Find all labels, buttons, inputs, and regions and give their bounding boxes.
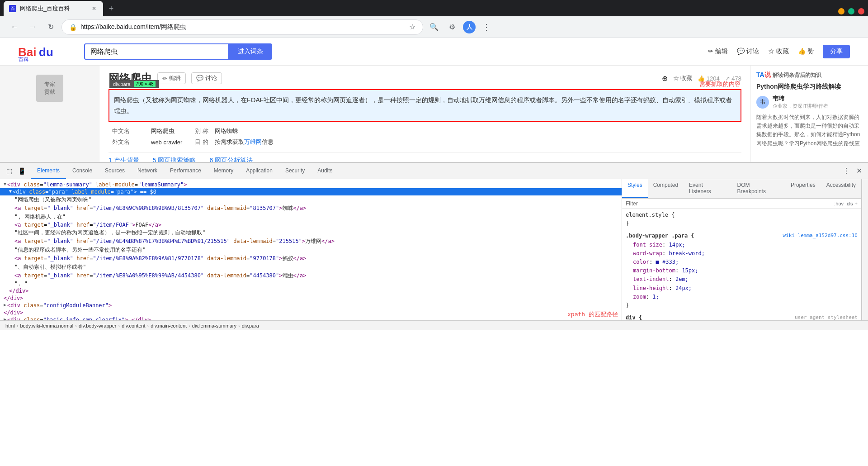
- back-button[interactable]: ←: [7, 20, 22, 34]
- share-button-right[interactable]: 分享: [823, 45, 850, 58]
- more-icon[interactable]: ⋮: [841, 166, 852, 176]
- search-input[interactable]: [84, 43, 229, 60]
- address-bar[interactable]: 🔒 https://baike.baidu.com/item/网络爬虫 ☆: [61, 19, 423, 35]
- styles-filter-input[interactable]: [626, 200, 832, 207]
- edit-button[interactable]: ✏ 编辑: [157, 72, 186, 84]
- extensions-icon[interactable]: ⚙: [445, 20, 459, 34]
- bc-item-body[interactable]: body.wiki-lemma.normal: [18, 323, 75, 328]
- styles-tab-properties[interactable]: Properties: [785, 179, 821, 198]
- triangle-icon: ▶: [4, 317, 6, 320]
- alias-label: 别 称: [192, 126, 211, 136]
- collect-icon[interactable]: ☆ 收藏: [673, 74, 693, 82]
- html-line[interactable]: </div>: [0, 309, 622, 316]
- tab-sources[interactable]: Sources: [99, 163, 131, 179]
- mobile-icon[interactable]: 📱: [16, 166, 27, 176]
- bc-item-div-body-wrapper[interactable]: div.body-wrapper: [77, 323, 118, 328]
- tab-memory[interactable]: Memory: [208, 163, 240, 179]
- bc-item-div-main-content[interactable]: div.main-content: [149, 323, 189, 328]
- html-line[interactable]: ▶ <div class="configModuleBanner">: [0, 302, 622, 309]
- devtools-body: ▼ <div class="lemma-summary" label-modul…: [0, 179, 868, 320]
- close-button[interactable]: [858, 8, 864, 14]
- minimize-button[interactable]: [838, 8, 844, 14]
- html-line[interactable]: </div>: [0, 295, 622, 302]
- nav-item-5[interactable]: 5 网页搜索策略: [153, 157, 196, 162]
- styles-tab-dom-breakpoints[interactable]: DOM Breakpoints: [732, 179, 785, 198]
- rule-source[interactable]: wiki-lemma_a152d97.css:10: [783, 232, 858, 240]
- zh-name-value: 网络爬虫: [142, 126, 191, 136]
- tab-application[interactable]: Application: [240, 163, 279, 179]
- nav-item-1[interactable]: 1 产生背景: [108, 157, 139, 162]
- tab-close-icon[interactable]: ✕: [90, 5, 98, 12]
- star-icon[interactable]: ☆: [409, 23, 415, 31]
- html-line[interactable]: <a target="_blank" href="/item/%E8%9A%82…: [0, 254, 622, 263]
- devtools-close-icon[interactable]: ✕: [854, 166, 864, 176]
- browser-menu-icon[interactable]: ⋮: [479, 20, 494, 34]
- html-line[interactable]: "、自动索引、模拟程序或者": [0, 263, 622, 271]
- styles-tab-styles[interactable]: Styles: [622, 179, 648, 198]
- html-line[interactable]: <a target="_blank" href="/item/FOAF">FOA…: [0, 221, 622, 228]
- search-icon[interactable]: 🔍: [427, 20, 441, 34]
- rule-selector-div: div {: [626, 314, 642, 320]
- bc-item-div-content[interactable]: div.content: [120, 323, 147, 328]
- ta-title: TA说 解读词条背后的知识: [756, 71, 863, 79]
- like-link[interactable]: 👍 赞: [798, 48, 814, 56]
- html-line[interactable]: "网络爬虫（又被称为网页蜘蛛": [0, 195, 622, 204]
- forward-button[interactable]: →: [25, 20, 40, 34]
- address-bar-row: ← → ↻ 🔒 https://baike.baidu.com/item/网络爬…: [0, 16, 868, 38]
- tab-audits[interactable]: Audits: [311, 163, 339, 179]
- bc-item-div-para[interactable]: div.para: [240, 323, 261, 328]
- discuss-link[interactable]: 💬 讨论: [737, 48, 759, 56]
- element-label-bar: div.para 790 × 48: [109, 80, 159, 88]
- tab-elements[interactable]: Elements: [31, 163, 66, 179]
- tab-title: 网络爬虫_百度百科: [20, 5, 87, 13]
- new-tab-button[interactable]: +: [105, 2, 118, 15]
- html-line[interactable]: ▼ <div class="lemma-summary" label-modul…: [0, 181, 622, 188]
- baidu-logo[interactable]: Bai du 百科: [18, 42, 77, 62]
- tab-network[interactable]: Network: [131, 163, 164, 179]
- styles-tab-accessibility[interactable]: Accessibility: [821, 179, 861, 198]
- html-line[interactable]: ▶ <div class="basic-info cmn-clearfix">……: [0, 316, 622, 320]
- html-line[interactable]: ". ": [0, 280, 622, 287]
- bc-item-html[interactable]: html: [4, 323, 17, 328]
- html-content: <a target="_blank" href="/item/%E8%9C%98…: [14, 204, 306, 212]
- devtools-toolbar: ⬚ 📱 Elements Console Sources Network Per…: [0, 163, 868, 179]
- wiki-nav: 1 产生背景 5 网页搜索策略 6 网页分析算法: [108, 152, 741, 162]
- tab-performance[interactable]: Performance: [164, 163, 208, 179]
- html-content: "社区中间，更经常的称为网页追逐者），是一种按照一定的规则，自动地抓取": [14, 229, 205, 237]
- html-line[interactable]: "社区中间，更经常的称为网页追逐者），是一种按照一定的规则，自动地抓取": [0, 228, 622, 237]
- bc-item-div-lemma-summary[interactable]: div.lemma-summary: [190, 323, 238, 328]
- html-line-selected[interactable]: ▼ <div class="para" label-module="para">…: [0, 188, 622, 195]
- collect-link[interactable]: ☆ 收藏: [768, 48, 789, 56]
- discuss-button[interactable]: 💬 讨论: [191, 72, 222, 84]
- html-line[interactable]: ", 网络机器人，在": [0, 213, 622, 221]
- cursor-icon[interactable]: ⬚: [4, 166, 14, 176]
- html-line[interactable]: </div>: [0, 287, 622, 295]
- html-content: <a target="_blank" href="/item/%E4%B8%87…: [14, 238, 335, 245]
- ta-article-title[interactable]: Python网络爬虫学习路线解读: [756, 83, 863, 91]
- html-line[interactable]: <a target="_blank" href="/item/%E8%9C%98…: [0, 204, 622, 213]
- html-content: ", 网络机器人，在": [14, 213, 66, 221]
- html-line[interactable]: <a target="_blank" href="/item/%E8%A0%95…: [0, 271, 622, 280]
- tab-console[interactable]: Console: [66, 163, 99, 179]
- search-button[interactable]: 进入词条: [229, 43, 272, 60]
- filter-add-option[interactable]: +: [855, 201, 858, 206]
- html-line[interactable]: <a target="_blank" href="/item/%E4%B8%87…: [0, 237, 622, 246]
- styles-tab-event-listeners[interactable]: Event Listeners: [684, 179, 731, 198]
- filter-right-options[interactable]: :hov: [834, 201, 844, 206]
- profile-button[interactable]: 人: [463, 21, 476, 33]
- filter-cls-option[interactable]: .cls: [845, 201, 853, 206]
- xpath-label: xpath 的匹配路径: [567, 310, 618, 319]
- styles-tab-computed[interactable]: Computed: [648, 179, 684, 198]
- reload-button[interactable]: ↻: [43, 20, 58, 34]
- nav-item-6[interactable]: 6 网页分析算法: [209, 157, 253, 162]
- tab[interactable]: 百 网络爬虫_百度百科 ✕: [4, 1, 103, 16]
- rule-block-body-wrapper-para: .body-wrapper .para { wiki-lemma_a152d97…: [626, 232, 858, 310]
- url-text[interactable]: https://baike.baidu.com/item/网络爬虫: [80, 23, 406, 31]
- thumbup-icon: ⊕: [662, 74, 668, 83]
- html-line[interactable]: "信息的程序或者脚本。另外一些不常使用的名字还有": [0, 246, 622, 254]
- maximize-button[interactable]: [848, 8, 854, 14]
- edit-link[interactable]: ✏ 编辑: [708, 48, 728, 56]
- baidu-logo-svg: Bai du 百科: [18, 42, 77, 62]
- html-content: <a target="_blank" href="/item/%E8%A0%95…: [14, 272, 306, 280]
- tab-security[interactable]: Security: [279, 163, 311, 179]
